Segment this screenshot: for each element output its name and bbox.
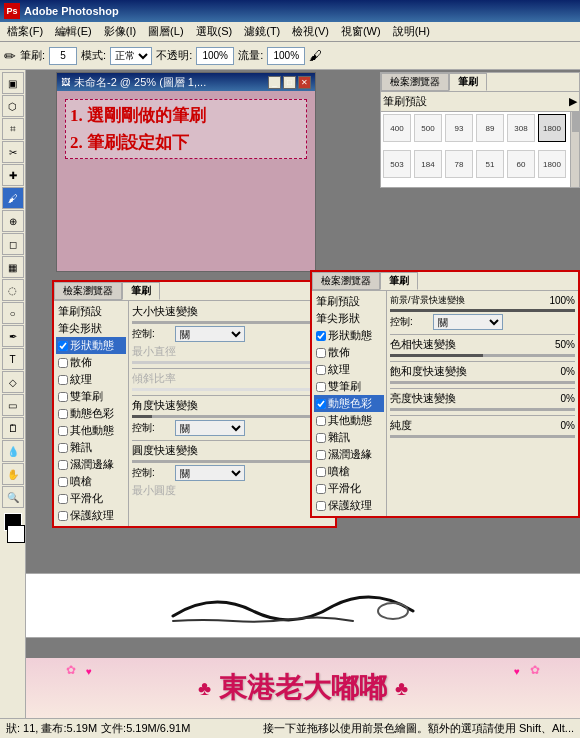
brush-item-51[interactable]: 51	[476, 150, 504, 178]
sidebar-r-preset[interactable]: 筆刷預設	[314, 293, 384, 310]
purity-slider[interactable]	[390, 435, 575, 438]
minimize-button[interactable]: _	[268, 76, 281, 89]
hue-slider[interactable]	[390, 354, 575, 357]
sidebar-smoothing[interactable]: 平滑化	[56, 490, 126, 507]
tool-gradient[interactable]: ▦	[2, 256, 24, 278]
tool-pen[interactable]: ✒	[2, 325, 24, 347]
color-dynamics-checkbox[interactable]	[58, 409, 68, 419]
control-select-3[interactable]: 關	[175, 465, 245, 481]
sidebar-scattering[interactable]: 散佈	[56, 354, 126, 371]
fg-bg-slider[interactable]	[390, 309, 575, 312]
sidebar-noise[interactable]: 雜訊	[56, 439, 126, 456]
r-shape-dynamics-cb[interactable]	[316, 331, 326, 341]
tool-notes[interactable]: 🗒	[2, 417, 24, 439]
menu-window[interactable]: 視窗(W)	[336, 22, 386, 41]
menu-layer[interactable]: 圖層(L)	[143, 22, 188, 41]
min-diameter-slider[interactable]	[132, 361, 332, 364]
brush-item-89[interactable]: 89	[476, 114, 504, 142]
tab-file-browser-left[interactable]: 檢案瀏覽器	[54, 282, 122, 300]
brush-item-93[interactable]: 93	[445, 114, 473, 142]
r-control-select[interactable]: 關	[433, 314, 503, 330]
tool-eyedropper[interactable]: 💧	[2, 440, 24, 462]
sidebar-other[interactable]: 其他動態	[56, 422, 126, 439]
sidebar-protect-texture[interactable]: 保護紋理	[56, 507, 126, 524]
tool-blur[interactable]: ◌	[2, 279, 24, 301]
tab-brushes-left[interactable]: 筆刷	[122, 282, 160, 300]
size-jitter-slider[interactable]	[132, 321, 332, 324]
brush-item-503[interactable]: 503	[383, 150, 411, 178]
smoothing-checkbox[interactable]	[58, 494, 68, 504]
tool-magic-wand[interactable]: ⬡	[2, 95, 24, 117]
airbrush-icon[interactable]: 🖌	[309, 48, 322, 63]
sidebar-r-other[interactable]: 其他動態	[314, 412, 384, 429]
sidebar-r-tip-shape[interactable]: 筆尖形狀	[314, 310, 384, 327]
opacity-input[interactable]	[196, 47, 234, 65]
brush-item-308[interactable]: 308	[507, 114, 535, 142]
menu-select[interactable]: 選取(S)	[191, 22, 238, 41]
wet-edges-checkbox[interactable]	[58, 460, 68, 470]
sidebar-r-texture[interactable]: 紋理	[314, 361, 384, 378]
brightness-slider[interactable]	[390, 408, 575, 411]
tool-healing[interactable]: ✚	[2, 164, 24, 186]
tab-brushes-right[interactable]: 筆刷	[380, 272, 418, 290]
sidebar-shape-dynamics[interactable]: 形狀動態	[56, 337, 126, 354]
flow-input[interactable]	[267, 47, 305, 65]
airbrush-checkbox[interactable]	[58, 477, 68, 487]
close-button[interactable]: ✕	[298, 76, 311, 89]
r-wet-edges-cb[interactable]	[316, 450, 326, 460]
menu-help[interactable]: 說明(H)	[388, 22, 435, 41]
tool-crop[interactable]: ⌗	[2, 118, 24, 140]
sidebar-r-color-dynamics[interactable]: 動態色彩	[314, 395, 384, 412]
tab-file-browser[interactable]: 檢案瀏覽器	[381, 73, 449, 91]
sat-slider[interactable]	[390, 381, 575, 384]
tool-hand[interactable]: ✋	[2, 463, 24, 485]
tool-slice[interactable]: ✂	[2, 141, 24, 163]
restore-button[interactable]: □	[283, 76, 296, 89]
r-color-dynamics-cb[interactable]	[316, 399, 326, 409]
tab-brushes-top[interactable]: 筆刷	[449, 73, 487, 91]
menu-image[interactable]: 影像(I)	[99, 22, 141, 41]
sidebar-texture[interactable]: 紋理	[56, 371, 126, 388]
tool-brush[interactable]: 🖌	[2, 187, 24, 209]
r-texture-cb[interactable]	[316, 365, 326, 375]
tool-type[interactable]: T	[2, 348, 24, 370]
sidebar-airbrush[interactable]: 噴槍	[56, 473, 126, 490]
sidebar-preset[interactable]: 筆刷預設	[56, 303, 126, 320]
r-smoothing-cb[interactable]	[316, 484, 326, 494]
noise-checkbox[interactable]	[58, 443, 68, 453]
brush-item-1800-2[interactable]: 1800	[538, 150, 566, 178]
sidebar-dual-brush[interactable]: 雙筆刷	[56, 388, 126, 405]
brush-item-78[interactable]: 78	[445, 150, 473, 178]
control-select-1[interactable]: 關	[175, 326, 245, 342]
r-airbrush-cb[interactable]	[316, 467, 326, 477]
protect-texture-checkbox[interactable]	[58, 511, 68, 521]
sidebar-r-scattering[interactable]: 散佈	[314, 344, 384, 361]
sidebar-r-protect-texture[interactable]: 保護紋理	[314, 497, 384, 514]
sidebar-r-airbrush[interactable]: 噴槍	[314, 463, 384, 480]
sidebar-r-dual-brush[interactable]: 雙筆刷	[314, 378, 384, 395]
sidebar-tip-shape[interactable]: 筆尖形狀	[56, 320, 126, 337]
scattering-checkbox[interactable]	[58, 358, 68, 368]
brush-item-1800-1[interactable]: 1800	[538, 114, 566, 142]
menu-filter[interactable]: 濾鏡(T)	[239, 22, 285, 41]
tool-clone[interactable]: ⊕	[2, 210, 24, 232]
preset-scrollbar[interactable]	[570, 112, 579, 187]
tool-selection[interactable]: ▣	[2, 72, 24, 94]
r-scattering-cb[interactable]	[316, 348, 326, 358]
panel-options-icon[interactable]: ▶	[569, 95, 577, 108]
r-noise-cb[interactable]	[316, 433, 326, 443]
mode-select[interactable]: 正常	[110, 47, 152, 65]
sidebar-color-dynamics[interactable]: 動態色彩	[56, 405, 126, 422]
tool-path[interactable]: ◇	[2, 371, 24, 393]
tool-eraser[interactable]: ◻	[2, 233, 24, 255]
r-protect-texture-cb[interactable]	[316, 501, 326, 511]
texture-checkbox[interactable]	[58, 375, 68, 385]
sidebar-r-smoothing[interactable]: 平滑化	[314, 480, 384, 497]
menu-view[interactable]: 檢視(V)	[287, 22, 334, 41]
menu-edit[interactable]: 編輯(E)	[50, 22, 97, 41]
tab-file-browser-right[interactable]: 檢案瀏覽器	[312, 272, 380, 290]
shape-dynamics-checkbox[interactable]	[58, 341, 68, 351]
angle-jitter-slider[interactable]	[132, 415, 332, 418]
menu-file[interactable]: 檔案(F)	[2, 22, 48, 41]
brush-item-60[interactable]: 60	[507, 150, 535, 178]
